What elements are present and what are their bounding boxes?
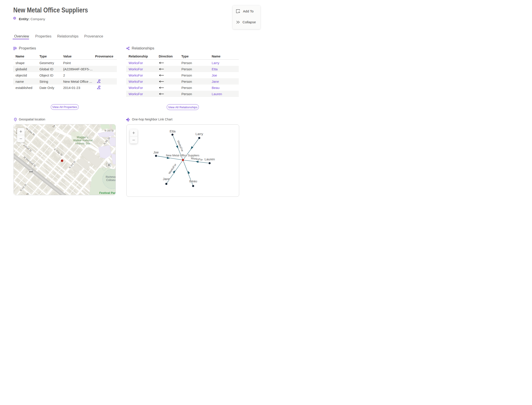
svg-text:Lauren: Lauren — [205, 157, 215, 161]
svg-text:Historic Site: Historic Site — [76, 142, 90, 145]
svg-text:33: 33 — [107, 164, 110, 166]
svg-text:Richmond: Richmond — [106, 176, 116, 179]
svg-text:Joe: Joe — [153, 150, 159, 154]
svg-text:WorksFor: WorksFor — [168, 163, 177, 175]
svg-text:250: 250 — [29, 170, 33, 173]
svg-text:WorksFor: WorksFor — [191, 157, 203, 161]
svg-text:Jane: Jane — [163, 177, 170, 181]
svg-text:Maggie L.: Maggie L. — [77, 136, 89, 139]
svg-text:Walker National: Walker National — [73, 139, 93, 142]
svg-text:Festival Park: Festival Park — [99, 191, 116, 195]
svg-text:Larry: Larry — [195, 132, 203, 136]
svg-text:Coliseum: Coliseum — [106, 179, 116, 182]
svg-text:N 3rd St: N 3rd St — [105, 129, 113, 132]
svg-text:Beau: Beau — [189, 179, 197, 183]
svg-text:New Metal Office Suppliers: New Metal Office Suppliers — [166, 154, 200, 157]
svg-text:Etta: Etta — [170, 129, 176, 133]
